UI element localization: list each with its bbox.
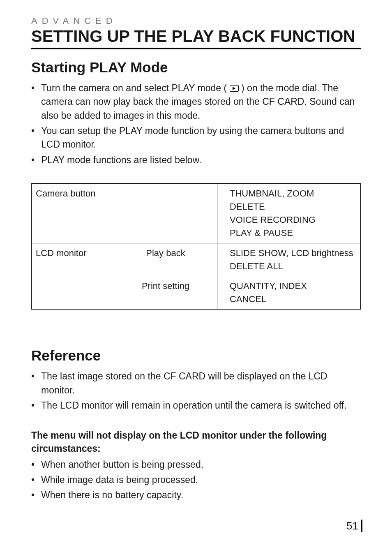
table-cell: LCD monitor: [32, 243, 114, 310]
list-item: Turn the camera on and select PLAY mode …: [31, 81, 361, 122]
table-cell: THUMBNAIL, ZOOMDELETEVOICE RECORDINGPLAY…: [217, 184, 361, 243]
section-kicker: ADVANCED: [31, 16, 361, 26]
list-item: You can setup the PLAY mode function by …: [31, 124, 361, 152]
table-cell: SLIDE SHOW, LCD brightnessDELETE ALL: [217, 243, 361, 276]
play-mode-icon: [230, 85, 239, 92]
table-cell: Play back: [114, 243, 217, 276]
page-number-value: 51: [346, 520, 358, 532]
page-number: 51: [346, 520, 362, 532]
function-table: Camera button THUMBNAIL, ZOOMDELETEVOICE…: [31, 183, 361, 310]
reference-heading: Reference: [31, 347, 361, 364]
warning-heading: The menu will not display on the LCD mon…: [31, 429, 361, 455]
page-number-bar-icon: [361, 520, 362, 532]
warning-bullets: When another button is being pressed. Wh…: [31, 458, 361, 502]
list-item: The LCD monitor will remain in operation…: [31, 399, 361, 412]
list-item: The last image stored on the CF CARD wil…: [31, 370, 361, 397]
list-item: While image data is being processed.: [31, 473, 361, 487]
bullet-text: Turn the camera on and select PLAY mode …: [41, 83, 230, 93]
table-cell: QUANTITY, INDEXCANCEL: [217, 276, 361, 310]
table-cell: Camera button: [32, 184, 217, 243]
page: ADVANCED SETTING UP THE PLAY BACK FUNCTI…: [0, 0, 392, 557]
starting-play-mode-heading: Starting PLAY Mode: [31, 59, 361, 76]
intro-bullets: Turn the camera on and select PLAY mode …: [31, 81, 361, 167]
list-item: When another button is being pressed.: [31, 458, 361, 471]
table-row: Camera button THUMBNAIL, ZOOMDELETEVOICE…: [32, 184, 361, 243]
list-item: PLAY mode functions are listed below.: [31, 153, 361, 167]
table-row: LCD monitor Play back SLIDE SHOW, LCD br…: [32, 243, 361, 276]
section-title: SETTING UP THE PLAY BACK FUNCTION: [31, 27, 361, 45]
title-rule: [31, 48, 361, 49]
reference-bullets: The last image stored on the CF CARD wil…: [31, 370, 361, 412]
list-item: When there is no battery capacity.: [31, 488, 361, 502]
table-cell: Print setting: [114, 276, 217, 310]
